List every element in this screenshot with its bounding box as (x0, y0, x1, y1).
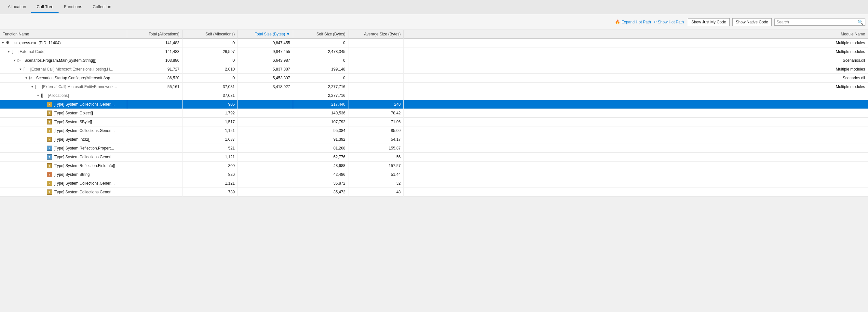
table-row[interactable]: ▷ Scenarios.Startup.Configure(Microsoft.… (0, 74, 868, 82)
arrow-left-icon: ↩ (654, 20, 656, 24)
cell-module (403, 100, 868, 109)
cell-self-alloc: 906 (182, 100, 238, 109)
cell-total-size: 3,418,927 (238, 82, 293, 91)
table-row[interactable]: [ [External Call] Microsoft.EntityFramew… (0, 82, 868, 91)
cell-total-alloc: 141,483 (127, 39, 182, 47)
tree-expand-icon[interactable] (1, 41, 5, 45)
table-row[interactable]: T [Type] System.SByte[] 1,517 107,792 71… (0, 118, 868, 127)
show-native-code-button[interactable]: Show Native Code (732, 18, 772, 26)
col-header-self-size[interactable]: Self Size (Bytes) (293, 30, 348, 39)
tree-expand-icon[interactable] (24, 76, 29, 80)
cell-avg-size (348, 47, 403, 56)
tab-functions[interactable]: Functions (59, 1, 87, 13)
function-name-text: [Type] System.Collections.Generi... (54, 181, 115, 185)
cell-total-alloc (127, 100, 182, 109)
tree-expand-icon[interactable] (36, 93, 40, 98)
show-hot-path-link[interactable]: ↩ Show Hot Path (654, 20, 684, 24)
cell-total-alloc (127, 153, 182, 162)
function-name-text: [Type] System.Collections.Generi... (54, 155, 115, 159)
tab-call-tree[interactable]: Call Tree (31, 1, 59, 13)
table-row[interactable]: T [Type] System.Collections.Generi... 1,… (0, 127, 868, 135)
cell-avg-size: 78.42 (348, 109, 403, 118)
cell-function-name: [] [Allocations] (0, 91, 127, 100)
col-header-self-alloc[interactable]: Self (Allocations) (182, 30, 238, 39)
profiler-table: Function Name Total (Allocations) Self (… (0, 30, 868, 197)
search-icon[interactable]: 🔍 (858, 20, 863, 25)
function-name-text: [External Code] (19, 49, 45, 54)
cell-module (403, 153, 868, 162)
cell-function-name: T [Type] System.Int32[] (0, 135, 127, 144)
cell-total-alloc (127, 188, 182, 197)
cell-self-size: 48,688 (293, 162, 348, 170)
tab-allocation[interactable]: Allocation (3, 1, 31, 13)
cell-module (403, 144, 868, 153)
cell-module: Multiple modules (403, 65, 868, 74)
cell-module (403, 170, 868, 179)
sort-desc-icon: ▼ (286, 32, 290, 36)
cell-self-size: 2,478,345 (293, 47, 348, 56)
toolbar: 🔥 Expand Hot Path ↩ Show Hot Path Show J… (0, 14, 868, 30)
cell-total-size: 9,847,455 (238, 47, 293, 56)
cell-module (403, 135, 868, 144)
cell-self-alloc: 0 (182, 56, 238, 65)
function-name-text: [Type] System.Collections.Generi... (54, 128, 115, 133)
show-just-my-code-button[interactable]: Show Just My Code (688, 18, 730, 26)
table-row[interactable]: ⚙ iisexpress.exe (PID: 11404) 141,483 0 … (0, 39, 868, 47)
col-header-total-size[interactable]: Total Size (Bytes) ▼ (238, 30, 293, 39)
tab-collection[interactable]: Collection (88, 1, 117, 13)
cell-total-size (238, 109, 293, 118)
cell-module: Multiple modules (403, 82, 868, 91)
table-row[interactable]: T [Type] System.Object[] 1,792 140,536 7… (0, 109, 868, 118)
cell-total-size: 5,453,397 (238, 74, 293, 82)
cell-avg-size: 56 (348, 153, 403, 162)
table-row[interactable]: T [Type] System.Collections.Generi... 90… (0, 100, 868, 109)
cell-function-name: T [Type] System.Collections.Generi... (0, 179, 127, 188)
cell-avg-size: 32 (348, 179, 403, 188)
table-row[interactable]: T [Type] System.Reflection.Propert... 52… (0, 144, 868, 153)
cell-avg-size: 71.06 (348, 118, 403, 127)
cell-total-alloc (127, 170, 182, 179)
col-header-avg-size[interactable]: Average Size (Bytes) (348, 30, 403, 39)
cell-self-size: 0 (293, 56, 348, 65)
tree-expand-icon[interactable] (18, 67, 23, 71)
cell-total-size (238, 153, 293, 162)
cell-total-alloc (127, 118, 182, 127)
tree-expand-icon[interactable] (12, 58, 17, 63)
cell-total-size (238, 144, 293, 153)
toolbar-links: 🔥 Expand Hot Path ↩ Show Hot Path (615, 20, 684, 24)
expand-hot-path-link[interactable]: 🔥 Expand Hot Path (615, 20, 651, 24)
cell-function-name: T [Type] System.Collections.Generi... (0, 100, 127, 109)
cell-self-size: 199,148 (293, 65, 348, 74)
cell-total-alloc (127, 162, 182, 170)
cell-function-name: [ [External Call] Microsoft.Extensions.H… (0, 65, 127, 74)
col-header-name[interactable]: Function Name (0, 30, 127, 39)
col-header-module[interactable]: Module Name (403, 30, 868, 39)
search-input[interactable] (777, 20, 858, 24)
table-row[interactable]: T [Type] System.Collections.Generi... 1,… (0, 179, 868, 188)
function-name-text: [External Call] Microsoft.EntityFramewor… (42, 84, 117, 89)
cell-self-alloc: 1,121 (182, 127, 238, 135)
table-row[interactable]: [ [External Call] Microsoft.Extensions.H… (0, 65, 868, 74)
cell-function-name: T [Type] System.String (0, 170, 127, 179)
toolbar-buttons: Show Just My Code Show Native Code 🔍 (688, 18, 865, 26)
tree-expand-icon[interactable] (6, 49, 11, 54)
cell-self-alloc: 0 (182, 39, 238, 47)
tree-expand-icon[interactable] (30, 84, 34, 89)
col-header-total-alloc[interactable]: Total (Allocations) (127, 30, 182, 39)
function-name-text: Scenarios.Startup.Configure(Microsoft.As… (36, 76, 113, 80)
function-name-text: [Type] System.Int32[] (54, 137, 90, 142)
table-row[interactable]: [] [Allocations] 37,081 2,277,716 (0, 91, 868, 100)
table-row[interactable]: T [Type] System.String 826 42,486 51.44 (0, 170, 868, 179)
table-row[interactable]: T [Type] System.Reflection.FieldInfo[] 3… (0, 162, 868, 170)
cell-module: Scenarios.dll (403, 56, 868, 65)
cell-function-name: T [Type] System.Reflection.FieldInfo[] (0, 162, 127, 170)
cell-self-alloc: 0 (182, 74, 238, 82)
table-row[interactable]: T [Type] System.Collections.Generi... 1,… (0, 153, 868, 162)
table-row[interactable]: [ [External Code] 141,483 26,597 9,847,4… (0, 47, 868, 56)
cell-total-alloc: 55,161 (127, 82, 182, 91)
cell-self-size: 0 (293, 39, 348, 47)
table-row[interactable]: T [Type] System.Collections.Generi... 73… (0, 188, 868, 197)
table-row[interactable]: ▷ Scenarios.Program.Main(System.String[]… (0, 56, 868, 65)
cell-self-size: 91,392 (293, 135, 348, 144)
table-row[interactable]: T [Type] System.Int32[] 1,687 91,392 54.… (0, 135, 868, 144)
